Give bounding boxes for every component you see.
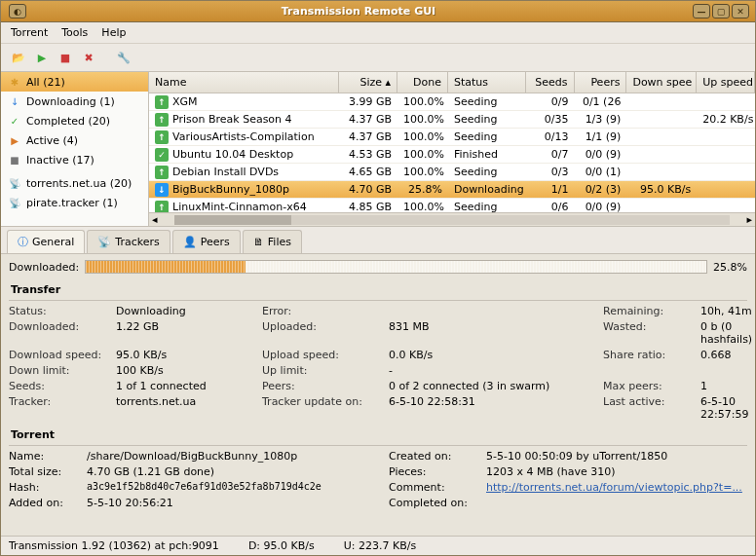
table-row[interactable]: ↑LinuxMint-Cinnamon-x644.85 GB100.0%Seed…	[149, 199, 755, 212]
row-peers: 0/2 (3)	[575, 181, 627, 198]
row-name: Debian Install DVDs	[172, 166, 279, 178]
statusbar: Transmission 1.92 (10362) at pch:9091 D:…	[1, 536, 755, 555]
antenna-icon: 📡	[97, 236, 111, 248]
open-button[interactable]: 📂	[9, 48, 28, 67]
tab-peers[interactable]: 👤Peers	[172, 230, 241, 253]
table-row[interactable]: ↑XGM3.99 GB100.0%Seeding0/90/1 (26	[149, 93, 755, 111]
scroll-right-icon[interactable]: ▸	[743, 213, 755, 226]
toolbar: 📂 ▶ ■ ✖ 🔧	[1, 44, 755, 72]
stop-button[interactable]: ■	[56, 48, 75, 67]
filter-icon: ■	[8, 153, 21, 167]
comment-link[interactable]: http://torrents.net.ua/forum/viewtopic.p…	[486, 481, 747, 494]
sidebar: ✱All (21)↓Downloading (1)✓Completed (20)…	[1, 72, 149, 226]
maximize-button[interactable]: ▢	[712, 4, 730, 19]
row-name: Ubuntu 10.04 Desktop	[172, 148, 293, 161]
row-done: 100.0%	[397, 164, 448, 180]
status-up: U: 223.7 KB/s	[344, 539, 416, 552]
minimize-button[interactable]: —	[693, 4, 710, 19]
table-row[interactable]: ↓BigBuckBunny_1080p4.70 GB25.8%Downloadi…	[149, 181, 755, 199]
tracker-label: pirate.tracker (1)	[26, 197, 118, 209]
row-size: 4.37 GB	[339, 129, 397, 145]
row-up	[697, 170, 755, 174]
table-row[interactable]: ↑Debian Install DVDs4.65 GB100.0%Seeding…	[149, 164, 755, 181]
col-seeds[interactable]: Seeds	[526, 72, 575, 93]
row-size: 4.65 GB	[339, 164, 397, 180]
row-done: 100.0%	[397, 111, 448, 128]
row-done: 100.0%	[397, 199, 448, 212]
row-seeds: 0/13	[526, 129, 575, 145]
row-down	[626, 205, 697, 209]
info-icon: ⓘ	[18, 235, 28, 249]
row-down	[626, 170, 697, 174]
table-row[interactable]: ✓Ubuntu 10.04 Desktop4.53 GB100.0%Finish…	[149, 146, 755, 164]
col-size[interactable]: Size ▴	[339, 72, 397, 93]
table-body[interactable]: ↑XGM3.99 GB100.0%Seeding0/90/1 (26↑Priso…	[149, 93, 755, 212]
tab-trackers[interactable]: 📡Trackers	[87, 230, 170, 253]
col-up[interactable]: Up speed	[697, 72, 755, 93]
sidebar-filter[interactable]: ↓Downloading (1)	[1, 92, 148, 111]
menu-help[interactable]: Help	[101, 26, 126, 39]
row-down	[626, 100, 697, 104]
row-name: VariousArtists-Compilation	[172, 130, 315, 143]
filter-label: Completed (20)	[26, 115, 110, 128]
row-seeds: 0/3	[526, 164, 575, 180]
table-row[interactable]: ↑VariousArtists-Compilation4.37 GB100.0%…	[149, 129, 755, 146]
row-peers: 1/1 (9)	[575, 129, 627, 145]
close-button[interactable]: ✕	[732, 4, 749, 19]
row-name: LinuxMint-Cinnamon-x64	[172, 201, 307, 212]
scroll-left-icon[interactable]: ◂	[149, 213, 161, 226]
start-button[interactable]: ▶	[32, 48, 52, 67]
row-peers: 1/3 (9)	[575, 111, 627, 128]
row-seeds: 0/7	[526, 146, 575, 163]
col-peers[interactable]: Peers	[575, 72, 627, 93]
row-up	[697, 188, 755, 192]
scroll-thumb[interactable]	[174, 215, 291, 225]
row-peers: 0/1 (26	[575, 93, 627, 110]
row-status-icon: ↑	[155, 201, 169, 213]
tracker-label: torrents.net.ua (20)	[26, 177, 132, 190]
sidebar-tracker[interactable]: 📡torrents.net.ua (20)	[1, 173, 148, 193]
row-peers: 0/0 (1)	[575, 164, 627, 180]
row-status: Seeding	[448, 93, 526, 110]
row-done: 25.8%	[397, 181, 448, 198]
sidebar-filter[interactable]: ■Inactive (17)	[1, 150, 148, 169]
filter-icon: ✓	[8, 114, 21, 128]
row-done: 100.0%	[397, 129, 448, 145]
file-icon: 🗎	[253, 236, 264, 248]
antenna-icon: 📡	[8, 196, 21, 209]
remove-button[interactable]: ✖	[79, 48, 98, 67]
row-peers: 0/0 (9)	[575, 146, 627, 163]
row-down	[626, 118, 697, 122]
tab-general[interactable]: ⓘGeneral	[7, 230, 85, 253]
table-row[interactable]: ↑Prison Break Season 44.37 GB100.0%Seedi…	[149, 111, 755, 129]
person-icon: 👤	[183, 236, 197, 248]
tab-files[interactable]: 🗎Files	[243, 230, 302, 253]
row-name: Prison Break Season 4	[172, 113, 292, 126]
row-status: Seeding	[448, 164, 526, 180]
window-title: Transmission Remote GUI	[26, 5, 691, 18]
row-status: Finished	[448, 146, 526, 163]
col-down[interactable]: Down spee	[626, 72, 697, 93]
antenna-icon: 📡	[8, 176, 21, 190]
sidebar-filter[interactable]: ▶Active (4)	[1, 130, 148, 150]
progress-bar	[85, 260, 707, 274]
col-status[interactable]: Status	[448, 72, 526, 93]
col-done[interactable]: Done	[397, 72, 448, 93]
settings-button[interactable]: 🔧	[114, 48, 133, 67]
row-up	[697, 153, 755, 157]
row-size: 3.99 GB	[339, 93, 397, 110]
row-status: Seeding	[448, 199, 526, 212]
row-size: 4.70 GB	[339, 181, 397, 198]
col-name[interactable]: Name	[149, 72, 339, 93]
sidebar-filter[interactable]: ✓Completed (20)	[1, 111, 148, 130]
filter-label: Downloading (1)	[26, 95, 115, 108]
row-done: 100.0%	[397, 93, 448, 110]
menu-tools[interactable]: Tools	[61, 26, 88, 39]
menu-torrent[interactable]: Torrent	[11, 26, 48, 39]
sidebar-filter[interactable]: ✱All (21)	[1, 72, 148, 92]
sort-icon: ▴	[386, 76, 392, 89]
menubar: Torrent Tools Help	[1, 22, 755, 44]
horizontal-scrollbar[interactable]: ◂ ▸	[149, 212, 755, 226]
sidebar-tracker[interactable]: 📡pirate.tracker (1)	[1, 193, 148, 212]
row-down: 95.0 KB/s	[626, 181, 697, 198]
